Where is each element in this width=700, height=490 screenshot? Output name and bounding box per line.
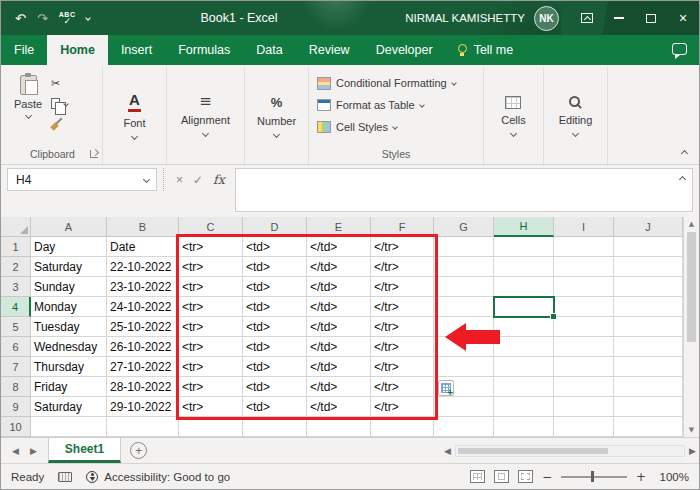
cell-J7[interactable] bbox=[614, 357, 683, 377]
cell-J3[interactable] bbox=[614, 277, 683, 297]
cell-A5[interactable]: Tuesday bbox=[31, 317, 107, 337]
row-header-9[interactable]: 9 bbox=[1, 397, 31, 417]
cell-I1[interactable] bbox=[554, 237, 614, 257]
cell-I2[interactable] bbox=[554, 257, 614, 277]
row-header-3[interactable]: 3 bbox=[1, 277, 31, 297]
tab-review[interactable]: Review bbox=[296, 35, 363, 65]
cell-G2[interactable] bbox=[434, 257, 494, 277]
scroll-down-icon[interactable]: ▼ bbox=[689, 426, 694, 434]
next-sheet-button[interactable]: ▶ bbox=[30, 446, 37, 456]
account-button[interactable]: NIRMAL KAMISHETTY NK bbox=[393, 6, 571, 31]
zoom-level[interactable]: 100% bbox=[655, 471, 689, 483]
cell-D10[interactable] bbox=[243, 417, 307, 437]
row-header-5[interactable]: 5 bbox=[1, 317, 31, 337]
cell-G9[interactable] bbox=[434, 397, 494, 417]
row-header-10[interactable]: 10 bbox=[1, 417, 31, 437]
cell-J8[interactable] bbox=[614, 377, 683, 397]
cell-H7[interactable] bbox=[494, 357, 554, 377]
row-header-1[interactable]: 1 bbox=[1, 237, 31, 257]
zoom-out-button[interactable]: − bbox=[542, 470, 552, 484]
cell-A10[interactable] bbox=[31, 417, 107, 437]
page-layout-view-button[interactable] bbox=[494, 470, 509, 483]
insert-function-button[interactable]: fx bbox=[213, 172, 225, 187]
cell-J1[interactable] bbox=[614, 237, 683, 257]
cell-A3[interactable]: Sunday bbox=[31, 277, 107, 297]
cell-I4[interactable] bbox=[554, 297, 614, 317]
column-header-J[interactable]: J bbox=[614, 217, 683, 237]
select-all-corner[interactable] bbox=[1, 217, 31, 237]
format-as-table-button[interactable]: Format as Table bbox=[317, 96, 456, 114]
row-header-2[interactable]: 2 bbox=[1, 257, 31, 277]
column-header-I[interactable]: I bbox=[554, 217, 614, 237]
column-header-H[interactable]: H bbox=[494, 217, 554, 237]
cells-group-button[interactable]: Cells bbox=[495, 92, 531, 140]
collapse-ribbon-button[interactable] bbox=[681, 150, 688, 157]
undo-button[interactable]: ↶ bbox=[15, 11, 26, 26]
cell-A1[interactable]: Day bbox=[31, 237, 107, 257]
sheet-tab-sheet1[interactable]: Sheet1 bbox=[48, 438, 121, 463]
column-header-G[interactable]: G bbox=[434, 217, 494, 237]
cell-I8[interactable] bbox=[554, 377, 614, 397]
vertical-scrollbar[interactable]: ▲ ▼ bbox=[683, 217, 699, 437]
horizontal-scrollbar[interactable]: ◀ ▶ bbox=[444, 438, 699, 463]
column-header-B[interactable]: B bbox=[107, 217, 179, 237]
copy-button[interactable] bbox=[51, 96, 68, 111]
conditional-formatting-button[interactable]: Conditional Formatting bbox=[317, 74, 456, 92]
cut-button[interactable]: ✂ bbox=[51, 76, 68, 91]
cell-B1[interactable]: Date bbox=[107, 237, 179, 257]
tab-home[interactable]: Home bbox=[47, 35, 108, 65]
number-group-button[interactable]: % Number bbox=[251, 91, 302, 141]
cell-C10[interactable] bbox=[179, 417, 243, 437]
avatar[interactable]: NK bbox=[534, 6, 559, 31]
scrollbar-thumb[interactable] bbox=[458, 448, 608, 454]
zoom-slider-thumb[interactable] bbox=[591, 471, 594, 482]
cell-G3[interactable] bbox=[434, 277, 494, 297]
accessibility-status[interactable]: Accessibility: Good to go bbox=[86, 471, 230, 483]
cell-G1[interactable] bbox=[434, 237, 494, 257]
format-painter-button[interactable] bbox=[51, 116, 68, 131]
cell-I6[interactable] bbox=[554, 337, 614, 357]
tab-insert[interactable]: Insert bbox=[108, 35, 165, 65]
cell-A6[interactable]: Wednesday bbox=[31, 337, 107, 357]
cell-A9[interactable]: Saturday bbox=[31, 397, 107, 417]
cell-A7[interactable]: Thursday bbox=[31, 357, 107, 377]
cell-G4[interactable] bbox=[434, 297, 494, 317]
ribbon-display-options-button[interactable] bbox=[571, 1, 603, 35]
minimize-button[interactable] bbox=[603, 1, 635, 35]
scrollbar-track[interactable] bbox=[455, 445, 685, 457]
cell-styles-button[interactable]: Cell Styles bbox=[317, 118, 456, 136]
qat-customize-button[interactable] bbox=[86, 15, 92, 21]
cell-B9[interactable]: 29-10-2022 bbox=[107, 397, 179, 417]
scroll-up-icon[interactable]: ▲ bbox=[689, 220, 694, 228]
quick-analysis-button[interactable] bbox=[438, 380, 454, 396]
cell-B2[interactable]: 22-10-2022 bbox=[107, 257, 179, 277]
cell-H10[interactable] bbox=[494, 417, 554, 437]
enter-button[interactable]: ✓ bbox=[193, 173, 203, 187]
cell-J2[interactable] bbox=[614, 257, 683, 277]
cell-F10[interactable] bbox=[371, 417, 434, 437]
cell-B6[interactable]: 26-10-2022 bbox=[107, 337, 179, 357]
cell-B10[interactable] bbox=[107, 417, 179, 437]
comments-button[interactable] bbox=[660, 43, 699, 58]
cell-I3[interactable] bbox=[554, 277, 614, 297]
cell-A2[interactable]: Saturday bbox=[31, 257, 107, 277]
cell-G7[interactable] bbox=[434, 357, 494, 377]
cell-H3[interactable] bbox=[494, 277, 554, 297]
name-box[interactable]: H4 bbox=[7, 168, 157, 191]
clipboard-dialog-launcher[interactable] bbox=[90, 150, 98, 158]
redo-button[interactable]: ↷ bbox=[37, 11, 48, 26]
editing-group-button[interactable]: Editing bbox=[553, 92, 599, 140]
page-break-view-button[interactable] bbox=[518, 470, 533, 483]
cell-B5[interactable]: 25-10-2022 bbox=[107, 317, 179, 337]
macro-record-icon[interactable] bbox=[58, 472, 72, 482]
cell-E10[interactable] bbox=[307, 417, 371, 437]
cell-H5[interactable] bbox=[494, 317, 554, 337]
paste-button[interactable]: Paste bbox=[5, 69, 51, 145]
cell-A8[interactable]: Friday bbox=[31, 377, 107, 397]
row-header-8[interactable]: 8 bbox=[1, 377, 31, 397]
cell-H9[interactable] bbox=[494, 397, 554, 417]
cell-B7[interactable]: 27-10-2022 bbox=[107, 357, 179, 377]
column-header-A[interactable]: A bbox=[31, 217, 107, 237]
cell-J10[interactable] bbox=[614, 417, 683, 437]
tab-developer[interactable]: Developer bbox=[363, 35, 446, 65]
